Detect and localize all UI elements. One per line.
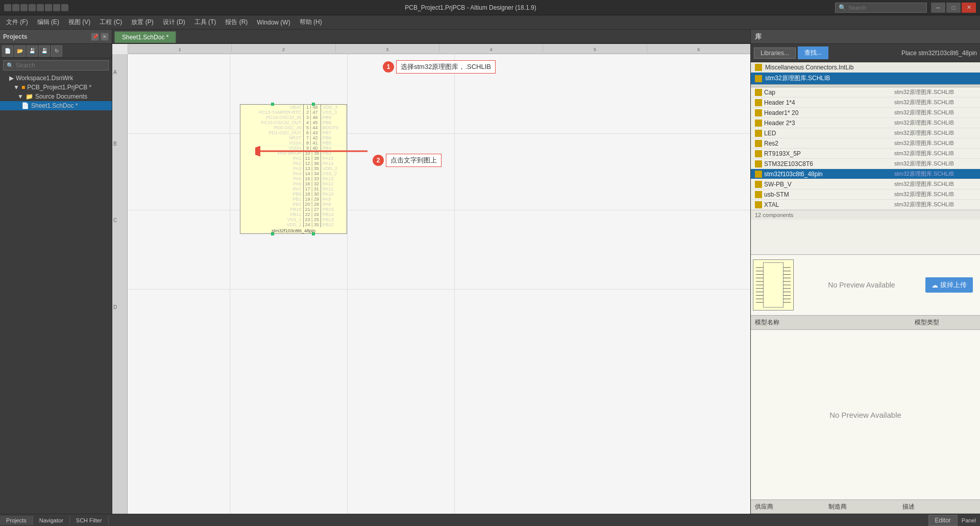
- menu-file[interactable]: 文件 (F): [2, 16, 32, 28]
- comp-name-cap: Cap: [764, 89, 894, 96]
- right-panel: 库 Libraries... 查找... Place stm32f103c8t6…: [750, 30, 980, 514]
- titlebar: PCB_Project1.PrjPCB - Altium Designer (1…: [0, 0, 980, 15]
- tick-2: 2: [231, 44, 335, 53]
- menu-design[interactable]: 设计 (D): [159, 16, 189, 28]
- project-icon: ▼: [13, 84, 19, 91]
- comp-name-rt9193: RT9193X_5P: [764, 150, 894, 157]
- comp-row-header23[interactable]: Header 2*3 stm32原理图库.SCHLIB: [751, 118, 980, 128]
- schematic-area[interactable]: 1 2 3 4 5 6 A B C D: [112, 44, 750, 514]
- panel-label[interactable]: Panel: [958, 517, 980, 523]
- library-panel-header: 库: [751, 30, 980, 44]
- tab-projects[interactable]: Projects: [0, 516, 33, 525]
- projects-search-input[interactable]: [16, 62, 87, 69]
- comp-row-res2[interactable]: Res2 stm32原理图库.SCHLIB: [751, 138, 980, 149]
- comp-lib-header14: stm32原理图库.SCHLIB: [894, 99, 976, 106]
- comp-row-swpb[interactable]: SW-PB_V stm32原理图库.SCHLIB: [751, 179, 980, 189]
- comp-icon-stm32f103-48: [755, 171, 762, 178]
- menu-help[interactable]: 帮助 (H): [296, 16, 326, 28]
- comp-row-cap[interactable]: Cap stm32原理图库.SCHLIB: [751, 87, 980, 98]
- workspace-label: Workspace1.DsnWrk: [16, 75, 73, 82]
- panel-pin-icon[interactable]: 📌: [91, 33, 99, 41]
- editor-tab[interactable]: Editor: [928, 515, 958, 526]
- lib-misc-label: Miscellaneous Connectors.IntLib: [765, 64, 853, 71]
- ruler-vertical: A B C D: [112, 54, 128, 514]
- projects-panel-header: Projects 📌 ✕: [0, 30, 112, 44]
- callout-1-num: 1: [383, 61, 394, 73]
- comp-icon-res2: [755, 140, 762, 147]
- row-label-d: D: [113, 304, 117, 310]
- comp-row-header14[interactable]: Header 1*4 stm32原理图库.SCHLIB: [751, 98, 980, 108]
- tree-source-docs[interactable]: ▼ 📁 Source Documents: [0, 92, 112, 101]
- comp-row-header120[interactable]: Header1* 20 stm32原理图库.SCHLIB: [751, 108, 980, 118]
- comp-name-led: LED: [764, 130, 894, 137]
- lib-item-stm32[interactable]: stm32原理图库.SCHLIB: [751, 73, 980, 84]
- menu-edit[interactable]: 编辑 (E): [33, 16, 63, 28]
- supplier-col: 供应商: [755, 503, 828, 511]
- minimize-button[interactable]: ─: [931, 3, 945, 13]
- menu-window[interactable]: Window (W): [253, 17, 294, 28]
- comp-row-stm32f103-48[interactable]: stm32f103c8t6_48pin stm32原理图库.SCHLIB: [751, 169, 980, 179]
- save-all-button[interactable]: 💾: [39, 45, 50, 57]
- comp-icon-header23: [755, 119, 762, 127]
- search-button[interactable]: 查找...: [798, 46, 828, 59]
- projects-search-box[interactable]: 🔍: [3, 60, 109, 70]
- refresh-button[interactable]: ↻: [51, 45, 62, 57]
- library-toolbar: Libraries... 查找... Place stm32f103c8t6_4…: [751, 44, 980, 62]
- close-button[interactable]: ✕: [962, 3, 976, 13]
- folder-icon-img: 📁: [26, 93, 33, 100]
- tab-schfilter[interactable]: SCH Filter: [70, 516, 109, 525]
- comp-lib-stm32f103-48: stm32原理图库.SCHLIB: [894, 170, 976, 178]
- tab-sheet1[interactable]: Sheet1.SchDoc *: [114, 31, 176, 43]
- row-label-c: C: [113, 218, 117, 223]
- comp-lib-stm32e103: stm32原理图库.SCHLIB: [894, 160, 976, 168]
- pin-dot-top: [271, 103, 274, 106]
- library-list: Miscellaneous Connectors.IntLib stm32原理图…: [751, 62, 980, 85]
- place-upload-button[interactable]: ☁ 拔掉上传: [925, 277, 973, 293]
- schematic-canvas[interactable]: VBAT1 | 48VDD_3 PC13-TAMPER-RTC2 | 47VSS…: [128, 54, 750, 514]
- tree-project[interactable]: ▼ ■ PCB_Project1.PrjPCB *: [0, 83, 112, 92]
- titlebar-search[interactable]: 🔍: [835, 3, 927, 13]
- pin-dot-bot: [271, 232, 274, 235]
- comp-lib-rt9193: stm32原理图库.SCHLIB: [894, 150, 976, 157]
- lib-item-misc[interactable]: Miscellaneous Connectors.IntLib: [751, 62, 980, 73]
- comp-row-usbstm[interactable]: usb-STM stm32原理图库.SCHLIB: [751, 189, 980, 200]
- panel-close-icon[interactable]: ✕: [101, 33, 109, 41]
- comp-lib-res2: stm32原理图库.SCHLIB: [894, 139, 976, 147]
- projects-panel-title: Projects: [3, 33, 27, 40]
- project-icon-img: ■: [21, 84, 25, 91]
- menu-view[interactable]: 视图 (V): [64, 16, 94, 28]
- save-button[interactable]: 💾: [27, 45, 38, 57]
- menu-place[interactable]: 放置 (P): [127, 16, 157, 28]
- pin-dot-bot2: [312, 232, 315, 235]
- menu-project[interactable]: 工程 (C): [95, 16, 126, 28]
- menu-reports[interactable]: 报告 (R): [221, 16, 252, 28]
- comp-row-led[interactable]: LED stm32原理图库.SCHLIB: [751, 128, 980, 138]
- comp-icon-xtal: [755, 201, 762, 208]
- comp-name-stm32e103: STM32E103C8T6: [764, 160, 894, 168]
- tree-workspace[interactable]: ▶ Workspace1.DsnWrk: [0, 74, 112, 83]
- titlebar-search-input[interactable]: [848, 5, 910, 11]
- component-stm32[interactable]: VBAT1 | 48VDD_3 PC13-TAMPER-RTC2 | 47VSS…: [240, 104, 347, 234]
- comp-row-rt9193[interactable]: RT9193X_5P stm32原理图库.SCHLIB: [751, 149, 980, 159]
- comp-lib-cap: stm32原理图库.SCHLIB: [894, 88, 976, 96]
- lib-folder-icon-misc: [755, 64, 762, 71]
- comp-icon-header14: [755, 99, 762, 106]
- model-name-header: 模型名称: [755, 318, 915, 327]
- new-doc-button[interactable]: 📄: [2, 45, 13, 57]
- tick-1: 1: [128, 44, 231, 53]
- comp-name-xtal: XTAL: [764, 201, 894, 208]
- menu-tools[interactable]: 工具 (T): [190, 16, 220, 28]
- sheet-icon: 📄: [21, 102, 29, 109]
- comp-row-xtal[interactable]: XTAL stm32原理图库.SCHLIB: [751, 200, 980, 210]
- comp-row-stm32e103[interactable]: STM32E103C8T6 stm32原理图库.SCHLIB: [751, 159, 980, 169]
- no-preview-section: No Preview Available: [751, 330, 980, 499]
- arrow-indicator: [255, 141, 368, 163]
- maximize-button[interactable]: □: [946, 3, 961, 13]
- comp-icon-header120: [755, 109, 762, 116]
- open-button[interactable]: 📂: [14, 45, 26, 57]
- tree-sheet1[interactable]: 📄 Sheet1.SchDoc *: [0, 101, 112, 110]
- tab-navigator[interactable]: Navigator: [33, 516, 70, 525]
- search-icon: 🔍: [839, 4, 846, 11]
- left-panel: Projects 📌 ✕ 📄 📂 💾 💾 ↻ 🔍 ▶ Workspace1.Ds…: [0, 30, 112, 514]
- libraries-button[interactable]: Libraries...: [754, 47, 796, 59]
